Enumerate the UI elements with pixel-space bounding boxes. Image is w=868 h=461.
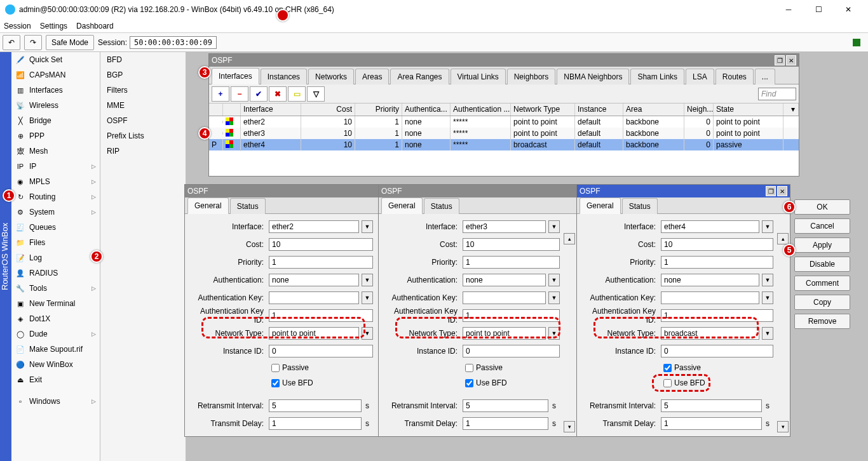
col-header[interactable] [209,104,223,116]
chevron-down-icon[interactable]: ▼ [548,220,560,233]
scroll-down-icon[interactable]: ▾ [777,421,789,432]
retransmit-field[interactable]: 5 [463,399,548,412]
authkey-field[interactable] [463,291,546,304]
col-header[interactable]: Authentica... [402,104,451,116]
sidebar-item-dot1x[interactable]: ◈Dot1X [11,311,100,326]
enable-button[interactable]: ✔ [250,86,268,102]
tab-general[interactable]: General [381,197,423,214]
submenu-item-mme[interactable]: MME [100,98,186,113]
priority-field[interactable]: 1 [463,256,560,269]
chevron-down-icon[interactable]: ▼ [362,274,373,286]
disable-button[interactable]: Disable [794,257,850,272]
tab-area-ranges[interactable]: Area Ranges [390,69,449,84]
dialog-header[interactable]: OSPF [379,185,576,197]
dialog-header[interactable]: OSPF ❐✕ [577,185,790,197]
table-row[interactable]: ether2101none*****point to pointdefaultb… [209,116,799,128]
col-header[interactable] [223,104,241,116]
tab-general[interactable]: General [580,197,621,214]
tab-status[interactable]: Status [424,198,459,214]
comment-button[interactable]: ▭ [288,86,306,102]
chevron-down-icon[interactable]: ▼ [548,327,560,340]
col-header[interactable]: Neigh... [684,104,714,116]
tab-neighbors[interactable]: Neighbors [507,69,556,84]
sidebar-item-mpls[interactable]: ◉MPLS▷ [11,174,100,189]
minimize-button[interactable]: ─ [774,0,803,19]
sidebar-item-capsman[interactable]: 📶CAPsMAN [11,67,100,83]
tab-status[interactable]: Status [230,198,266,214]
authkeyid-field[interactable]: 1 [463,309,560,322]
chevron-down-icon[interactable]: ▼ [362,291,373,304]
sidebar-item-windows[interactable]: ▫Windows▷ [11,394,100,409]
chevron-down-icon[interactable]: ▼ [362,220,373,233]
instanceid-field[interactable]: 0 [463,345,560,357]
sidebar-item-make-supout.rif[interactable]: 📄Make Supout.rif [11,342,100,357]
sidebar-item-tools[interactable]: 🔧Tools▷ [11,281,100,296]
table-row[interactable]: ether3101none*****point to pointdefaultb… [209,128,799,139]
col-header[interactable]: Area [623,104,684,116]
chevron-down-icon[interactable]: ▼ [362,327,373,340]
sidebar-item-new-terminal[interactable]: ▣New Terminal [11,296,100,311]
dialog-header[interactable]: OSPF [185,185,378,197]
tab-networks[interactable]: Networks [308,69,354,84]
scroll-down-icon[interactable]: ▾ [564,421,575,432]
tab--[interactable]: ... [755,69,775,84]
close-button[interactable]: ✕ [834,0,863,19]
transmitdelay-field[interactable]: 1 [661,417,762,430]
tab-virtual-links[interactable]: Virtual Links [451,69,506,84]
priority-field[interactable]: 1 [269,256,373,269]
scroll-up-icon[interactable]: ▴ [777,233,789,244]
undo-button[interactable]: ↶ [3,35,20,50]
transmitdelay-field[interactable]: 1 [463,417,548,430]
ospf-table-header[interactable]: InterfaceCostPriorityAuthentica...Authen… [209,104,799,116]
submenu-item-rip[interactable]: RIP [100,144,186,159]
remove-button[interactable]: Remove [794,314,850,329]
chevron-down-icon[interactable]: ▼ [548,291,560,304]
nettype-field[interactable]: point to point [269,327,359,340]
sidebar-item-ppp[interactable]: ⊕PPP [11,128,100,144]
cost-field[interactable]: 10 [661,238,773,251]
apply-button[interactable]: Apply [794,237,850,253]
table-row[interactable]: Pether4101none*****broadcastdefaultbackb… [209,139,799,150]
sidebar-item-quick-set[interactable]: 🖊️Quick Set [11,52,100,67]
find-input[interactable]: Find [758,88,796,100]
usebfd-checkbox[interactable] [663,379,672,387]
dialog-restore-button[interactable]: ❐ [766,186,776,196]
instanceid-field[interactable]: 0 [661,345,773,357]
sidebar-item-files[interactable]: 📁Files [11,235,100,250]
comment-button[interactable]: Comment [794,276,850,291]
sidebar-item-ip[interactable]: IPIP▷ [11,159,100,174]
sidebar-item-mesh[interactable]: 🕸Mesh [11,144,100,159]
retransmit-field[interactable]: 5 [661,399,762,412]
dialog-close-button[interactable]: ✕ [777,186,787,196]
authkey-field[interactable] [661,291,759,304]
ok-button[interactable]: OK [794,199,850,215]
sidebar-item-new-winbox[interactable]: 🔵New WinBox [11,357,100,372]
tab-instances[interactable]: Instances [261,69,307,84]
disable-button[interactable]: ✖ [269,86,287,102]
passive-checkbox[interactable] [271,364,280,372]
sidebar-item-bridge[interactable]: ╳Bridge [11,113,100,128]
submenu-item-ospf[interactable]: OSPF [100,113,186,128]
scroll-up-icon[interactable]: ▴ [564,233,575,244]
ospf-restore-button[interactable]: ❐ [775,55,785,65]
col-header[interactable]: Authentication ... [451,104,511,116]
authkeyid-field[interactable]: 1 [661,309,773,322]
sidebar-item-log[interactable]: 📝Log [11,250,100,265]
chevron-down-icon[interactable]: ▼ [762,274,773,286]
sidebar-item-routing[interactable]: ↻Routing▷ [11,189,100,204]
add-button[interactable]: + [212,86,229,102]
menu-settings[interactable]: Settings [40,22,67,30]
chevron-down-icon[interactable]: ▼ [762,220,773,233]
copy-button[interactable]: Copy [794,295,850,310]
sidebar-item-interfaces[interactable]: ▥Interfaces [11,83,100,98]
sidebar-item-queues[interactable]: 🧾Queues [11,220,100,235]
tab-interfaces[interactable]: Interfaces [212,68,259,84]
auth-field[interactable]: none [269,274,359,286]
auth-field[interactable]: none [463,274,546,286]
tab-status[interactable]: Status [622,198,658,214]
remove-button[interactable]: − [231,86,248,102]
col-header[interactable]: Network Type [511,104,575,116]
interface-field[interactable]: ether2 [269,220,359,233]
priority-field[interactable]: 1 [661,256,773,269]
nettype-field[interactable]: broadcast [661,327,759,340]
